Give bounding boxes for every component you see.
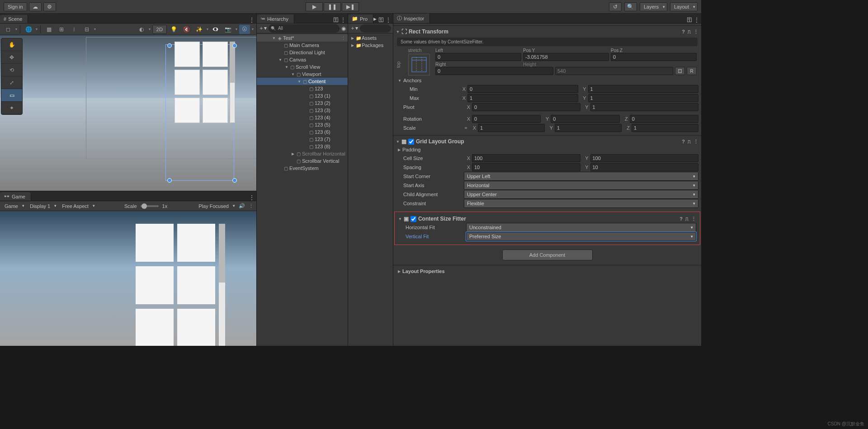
hierarchy-item[interactable]: ▢123 (5) bbox=[257, 121, 348, 128]
foldout-icon[interactable]: ▼ bbox=[396, 30, 400, 34]
fx-icon[interactable]: ✨ bbox=[194, 25, 205, 34]
help-icon[interactable]: ? bbox=[679, 216, 683, 222]
cell-x[interactable] bbox=[472, 154, 580, 162]
context-menu-icon[interactable]: ⋮ bbox=[386, 17, 391, 23]
layout-properties-foldout[interactable]: ▶Layout Properties bbox=[396, 267, 698, 275]
scene-menu-icon[interactable]: ⋮ bbox=[341, 35, 346, 41]
search-icon[interactable]: 🔍 bbox=[624, 2, 637, 11]
hand-tool-icon[interactable]: ✋ bbox=[1, 38, 22, 51]
layers-dropdown[interactable]: Layers bbox=[640, 2, 667, 11]
add-component-button[interactable]: Add Component bbox=[502, 250, 593, 260]
add-icon[interactable]: ＋▾ bbox=[350, 24, 358, 32]
anchor-max-x[interactable] bbox=[467, 94, 578, 102]
preset-icon[interactable]: ⎍ bbox=[685, 216, 689, 222]
lighting-icon[interactable]: 💡 bbox=[169, 25, 179, 34]
pause-button[interactable]: ❚❚ bbox=[324, 2, 341, 11]
snap-increment-icon[interactable]: ⊞ bbox=[56, 25, 67, 34]
blueprint-mode-icon[interactable]: ⊡ bbox=[675, 67, 685, 75]
menu-icon[interactable]: ⋮ bbox=[693, 139, 698, 145]
hierarchy-item[interactable]: ▼▢Canvas bbox=[257, 56, 348, 63]
tool-globe-icon[interactable]: 🌐 bbox=[23, 25, 34, 34]
hierarchy-item-selected[interactable]: ▼▢Content bbox=[257, 78, 348, 85]
anchor-max-y[interactable] bbox=[588, 94, 699, 102]
spacing-y[interactable] bbox=[590, 163, 699, 171]
left-field[interactable] bbox=[435, 53, 521, 61]
context-menu-icon[interactable]: ⋮ bbox=[249, 194, 255, 201]
posy-field[interactable] bbox=[523, 53, 609, 61]
hierarchy-item[interactable]: ▢EventSystem bbox=[257, 165, 348, 172]
hierarchy-item[interactable]: ▢123 bbox=[257, 85, 348, 92]
filter-icon[interactable]: ◉ bbox=[341, 25, 346, 32]
tab-game[interactable]: 👓Game bbox=[0, 192, 31, 201]
hierarchy-item[interactable]: ▢Directional Light bbox=[257, 49, 348, 56]
preset-icon[interactable]: ⎍ bbox=[688, 139, 691, 145]
help-icon[interactable]: ? bbox=[682, 29, 685, 35]
sign-in-button[interactable]: Sign in bbox=[4, 2, 27, 11]
help-icon[interactable]: ? bbox=[682, 139, 685, 145]
gizmos-icon[interactable]: ⦿ bbox=[239, 25, 250, 34]
game-menu-icon[interactable]: ⋮ bbox=[249, 203, 254, 209]
child-align-dropdown[interactable]: Upper Center bbox=[464, 190, 698, 199]
scene-viewport[interactable]: ✋ ✥ ⟲ ⤢ ▭ ✦ bbox=[0, 35, 256, 191]
foldout-icon[interactable]: ▼ bbox=[396, 140, 400, 144]
scl-y[interactable] bbox=[555, 124, 622, 132]
context-menu-icon[interactable]: ⋮ bbox=[694, 17, 699, 23]
hierarchy-item[interactable]: ▢123 (7) bbox=[257, 136, 348, 143]
rot-y[interactable] bbox=[551, 115, 619, 123]
hidden-icon[interactable]: 👁‍🗨 bbox=[210, 25, 221, 34]
posz-field[interactable] bbox=[611, 53, 697, 61]
vertical-fit-dropdown[interactable]: Preferred Size bbox=[466, 232, 696, 241]
raw-edit-icon[interactable]: R bbox=[687, 67, 697, 75]
grid-snap-icon[interactable]: ▦ bbox=[43, 25, 54, 34]
gizmo-handle[interactable] bbox=[167, 43, 172, 48]
hierarchy-item[interactable]: ▢123 (1) bbox=[257, 92, 348, 99]
hierarchy-item[interactable]: ▼▢Viewport bbox=[257, 71, 348, 78]
cell-y[interactable] bbox=[590, 154, 699, 162]
scale-slider[interactable] bbox=[141, 205, 159, 207]
foldout-icon[interactable]: ▼ bbox=[398, 217, 402, 221]
pivot-x[interactable] bbox=[472, 103, 580, 111]
tab-hierarchy[interactable]: ≔Hierarchy bbox=[257, 14, 294, 23]
context-menu-icon[interactable]: ⋮ bbox=[249, 17, 255, 23]
lock-icon[interactable]: ⚿ bbox=[687, 17, 692, 23]
tab-inspector[interactable]: ⓘInspector bbox=[393, 14, 430, 23]
mode-2d-button[interactable]: 2D bbox=[152, 25, 167, 34]
project-item[interactable]: ▶📁Packages bbox=[348, 42, 393, 49]
hierarchy-item[interactable]: ▢123 (3) bbox=[257, 107, 348, 114]
component-enable-toggle[interactable] bbox=[408, 139, 414, 145]
shading-mode-icon[interactable]: ◐ bbox=[136, 25, 147, 34]
preset-icon[interactable]: ⎍ bbox=[688, 29, 691, 35]
hierarchy-item[interactable]: ▢123 (6) bbox=[257, 128, 348, 136]
layout-dropdown[interactable]: Layout bbox=[670, 2, 698, 11]
spacing-x[interactable] bbox=[472, 163, 580, 171]
anchor-min-y[interactable] bbox=[588, 85, 699, 93]
audio-icon[interactable]: 🔇 bbox=[181, 25, 192, 34]
hierarchy-item[interactable]: ▢Scrollbar Vertical bbox=[257, 157, 348, 165]
scene-root[interactable]: ▼◈Test* ⋮ bbox=[257, 34, 348, 42]
hierarchy-item[interactable]: ▶▢Scrollbar Horizontal bbox=[257, 150, 348, 157]
tab-project[interactable]: 📁Pro bbox=[348, 14, 373, 23]
scl-x[interactable] bbox=[478, 124, 545, 132]
scl-z[interactable] bbox=[632, 124, 698, 132]
rotate-tool-icon[interactable]: ⟲ bbox=[1, 64, 22, 76]
project-item[interactable]: ▶📁Assets bbox=[348, 34, 393, 42]
snap-settings-icon[interactable]: ⫶ bbox=[69, 25, 80, 34]
menu-icon[interactable]: ⋮ bbox=[693, 29, 698, 35]
aspect-dropdown[interactable]: Free Aspect bbox=[60, 203, 95, 210]
audio-mute-icon[interactable]: 🔊 bbox=[239, 203, 245, 209]
hierarchy-item[interactable]: ▢Main Camera bbox=[257, 42, 348, 49]
menu-icon[interactable]: ⋮ bbox=[691, 216, 696, 222]
cloud-icon[interactable]: ☁ bbox=[29, 2, 42, 11]
hierarchy-search[interactable]: All bbox=[269, 24, 340, 33]
display-dropdown[interactable]: Display 1 bbox=[28, 203, 57, 210]
anchors-foldout[interactable]: ▼Anchors bbox=[396, 76, 698, 85]
game-target-dropdown[interactable]: Game bbox=[3, 203, 24, 210]
rot-x[interactable] bbox=[472, 115, 541, 123]
move-tool-icon[interactable]: ✥ bbox=[1, 51, 22, 64]
hierarchy-item[interactable]: ▢123 (8) bbox=[257, 143, 348, 150]
constraint-dropdown[interactable]: Flexible bbox=[464, 199, 698, 208]
scale-tool-icon[interactable]: ⤢ bbox=[1, 76, 22, 89]
transform-tool-icon[interactable]: ✦ bbox=[1, 102, 22, 114]
tool-pivot-icon[interactable]: ◻ bbox=[3, 25, 14, 34]
ruler-icon[interactable]: ⊟ bbox=[81, 25, 92, 34]
